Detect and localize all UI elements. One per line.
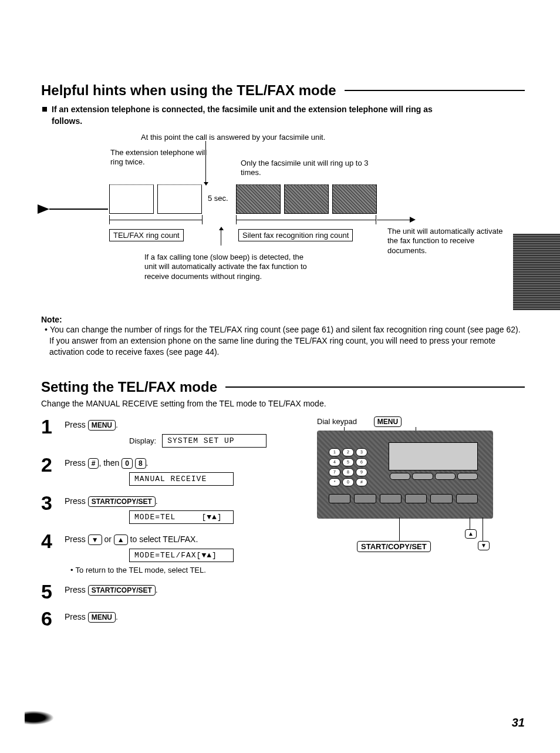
- arrow-down-icon: [205, 141, 206, 183]
- step-number: 3: [41, 493, 61, 513]
- steps-list: 1 Press MENU. Display: SYSTEM SET UP 2 P…: [41, 416, 525, 628]
- lcd-display: SYSTEM SET UP: [162, 434, 266, 448]
- dial-keypad: 123 456 789 *0#: [329, 448, 372, 488]
- change-line: Change the MANUAL RECEIVE setting from t…: [41, 399, 525, 408]
- step-number: 4: [41, 531, 61, 551]
- square-bullet-icon: [42, 107, 47, 112]
- print-smudge: [25, 711, 54, 725]
- display-label: Display:: [129, 436, 156, 445]
- ring-box: [109, 184, 154, 214]
- ring-box-hatched: [236, 184, 281, 214]
- up-arrow-button-icon: ▲: [465, 529, 477, 539]
- hash-key: #: [88, 458, 99, 469]
- intro-bullet: If an extension telephone is connected, …: [41, 105, 525, 114]
- fax-device: 123 456 789 *0#: [317, 431, 493, 519]
- step-number: 5: [41, 581, 61, 601]
- start-copy-set-label: START/COPY/SET: [357, 541, 431, 552]
- silent-ring-count-label: Silent fax recognition ring count: [238, 229, 353, 241]
- caption-ext-ring: The extension telephone will ring twice.: [110, 148, 210, 167]
- start-copy-set-key: START/COPY/SET: [88, 496, 156, 507]
- arrow-right-icon: [38, 204, 49, 214]
- step-number: 2: [41, 455, 61, 475]
- ring-timing-diagram: At this point the call is answered by yo…: [41, 133, 525, 309]
- page-number: 31: [512, 716, 525, 730]
- step-6: 6 Press MENU.: [41, 609, 525, 628]
- dial-keypad-label: Dial keypad: [317, 417, 357, 426]
- callout-line: [399, 517, 400, 541]
- eight-key: 8: [135, 458, 146, 469]
- step-5: 5 Press START/COPY/SET.: [41, 581, 525, 601]
- ring-box-hatched: [332, 184, 377, 214]
- heading-setting: Setting the TEL/FAX mode: [41, 379, 525, 395]
- start-copy-set-key: START/COPY/SET: [88, 585, 156, 596]
- step-number: 6: [41, 609, 61, 628]
- caption-auto-activate: The unit will automatically activate the…: [387, 227, 505, 256]
- step-number: 1: [41, 416, 61, 436]
- lcd-display: MODE=TEL/FAX[▼▲]: [129, 549, 234, 562]
- note-body: You can change the number of rings for t…: [49, 324, 525, 358]
- ring-box: [157, 184, 202, 214]
- arrow-up-icon: [221, 229, 221, 246]
- menu-key-label: MENU: [374, 416, 402, 427]
- callout-line: [483, 517, 483, 541]
- device-illustration: Dial keypad MENU 123 456 789 *0#: [317, 416, 528, 556]
- arrow-right-icon: [410, 217, 416, 223]
- caption-only-fax: Only the facsimile unit will ring up to …: [241, 159, 370, 178]
- up-key: ▲: [114, 535, 128, 545]
- telfax-ring-count-label: TEL/FAX ring count: [109, 229, 184, 241]
- five-sec-label: 5 sec.: [208, 194, 228, 203]
- ring-box-hatched: [284, 184, 329, 214]
- step-4-sub: To return to the TEL mode, select TEL.: [70, 566, 525, 574]
- menu-key: MENU: [88, 420, 116, 431]
- page-thumb-tab: [513, 234, 560, 310]
- zero-key: 0: [122, 458, 133, 469]
- down-key: ▼: [88, 535, 102, 545]
- down-arrow-button-icon: ▼: [478, 541, 490, 550]
- caption-fax-tone: If a fax calling tone (slow beep) is det…: [144, 253, 309, 281]
- menu-key: MENU: [88, 612, 116, 623]
- lcd-display: MODE=TEL [▼▲]: [129, 510, 234, 524]
- intro-follows: follows.: [52, 116, 525, 126]
- caption-answered: At this point the call is answered by yo…: [141, 133, 325, 142]
- lcd-display: MANUAL RECEIVE: [129, 472, 234, 486]
- device-screen: [389, 442, 478, 470]
- heading-hints: Helpful hints when using the TEL/FAX mod…: [41, 82, 525, 99]
- note-heading: Note:: [41, 315, 525, 324]
